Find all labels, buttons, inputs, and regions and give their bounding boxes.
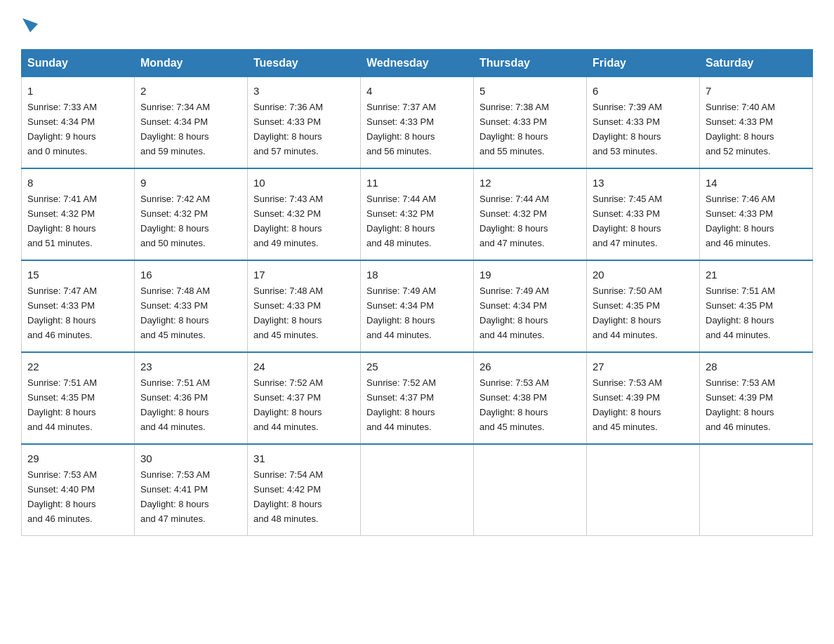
table-row: 12 Sunrise: 7:44 AMSunset: 4:32 PMDaylig… (474, 168, 587, 260)
day-number: 8 (27, 175, 128, 191)
table-row: 29 Sunrise: 7:53 AMSunset: 4:40 PMDaylig… (22, 444, 135, 535)
day-info: Sunrise: 7:47 AMSunset: 4:33 PMDaylight:… (27, 286, 97, 340)
day-info: Sunrise: 7:34 AMSunset: 4:34 PMDaylight:… (140, 102, 210, 156)
col-wednesday: Wednesday (361, 50, 474, 77)
day-number: 12 (479, 175, 581, 191)
day-number: 17 (253, 267, 355, 283)
day-number: 30 (140, 450, 241, 467)
day-info: Sunrise: 7:54 AMSunset: 4:42 PMDaylight:… (253, 469, 323, 524)
day-number: 23 (140, 358, 241, 375)
table-row: 23 Sunrise: 7:51 AMSunset: 4:36 PMDaylig… (135, 352, 248, 444)
table-row: 28 Sunrise: 7:53 AMSunset: 4:39 PMDaylig… (700, 352, 813, 444)
table-row: 13 Sunrise: 7:45 AMSunset: 4:33 PMDaylig… (587, 168, 700, 260)
col-monday: Monday (135, 50, 248, 77)
day-number: 18 (366, 267, 468, 283)
day-number: 25 (366, 358, 468, 375)
day-number: 29 (27, 450, 128, 467)
table-row: 27 Sunrise: 7:53 AMSunset: 4:39 PMDaylig… (587, 352, 700, 444)
col-tuesday: Tuesday (248, 50, 361, 77)
day-info: Sunrise: 7:53 AMSunset: 4:39 PMDaylight:… (706, 377, 775, 432)
day-number: 27 (593, 358, 694, 375)
day-info: Sunrise: 7:48 AMSunset: 4:33 PMDaylight:… (140, 286, 210, 340)
table-row: 1 Sunrise: 7:33 AMSunset: 4:34 PMDayligh… (22, 77, 135, 168)
page-header (21, 14, 813, 36)
day-info: Sunrise: 7:52 AMSunset: 4:37 PMDaylight:… (366, 377, 436, 432)
day-info: Sunrise: 7:44 AMSunset: 4:32 PMDaylight:… (366, 194, 436, 248)
day-info: Sunrise: 7:44 AMSunset: 4:32 PMDaylight:… (479, 194, 549, 248)
calendar-week-row: 22 Sunrise: 7:51 AMSunset: 4:35 PMDaylig… (22, 352, 813, 444)
calendar-week-row: 8 Sunrise: 7:41 AMSunset: 4:32 PMDayligh… (22, 168, 813, 260)
day-number: 10 (253, 175, 355, 191)
table-row: 4 Sunrise: 7:37 AMSunset: 4:33 PMDayligh… (361, 77, 474, 168)
table-row: 22 Sunrise: 7:51 AMSunset: 4:35 PMDaylig… (22, 352, 135, 444)
day-info: Sunrise: 7:38 AMSunset: 4:33 PMDaylight:… (479, 102, 549, 156)
day-info: Sunrise: 7:53 AMSunset: 4:40 PMDaylight:… (27, 469, 97, 524)
day-info: Sunrise: 7:36 AMSunset: 4:33 PMDaylight:… (253, 102, 323, 156)
table-row: 20 Sunrise: 7:50 AMSunset: 4:35 PMDaylig… (587, 260, 700, 352)
day-number: 22 (27, 358, 128, 375)
day-number: 9 (140, 175, 241, 191)
logo (21, 14, 38, 36)
table-row: 10 Sunrise: 7:43 AMSunset: 4:32 PMDaylig… (248, 168, 361, 260)
logo-triangle-icon (22, 18, 38, 32)
day-number: 14 (706, 175, 807, 191)
calendar-table: Sunday Monday Tuesday Wednesday Thursday… (21, 49, 813, 536)
table-row: 26 Sunrise: 7:53 AMSunset: 4:38 PMDaylig… (474, 352, 587, 444)
day-info: Sunrise: 7:50 AMSunset: 4:35 PMDaylight:… (593, 286, 662, 340)
table-row: 8 Sunrise: 7:41 AMSunset: 4:32 PMDayligh… (22, 168, 135, 260)
day-number: 21 (706, 267, 807, 283)
table-row: 5 Sunrise: 7:38 AMSunset: 4:33 PMDayligh… (474, 77, 587, 168)
day-number: 15 (27, 267, 128, 283)
calendar-header-row: Sunday Monday Tuesday Wednesday Thursday… (22, 50, 813, 77)
day-number: 13 (593, 175, 694, 191)
day-info: Sunrise: 7:49 AMSunset: 4:34 PMDaylight:… (479, 286, 549, 340)
day-info: Sunrise: 7:37 AMSunset: 4:33 PMDaylight:… (366, 102, 436, 156)
day-number: 16 (140, 267, 241, 283)
day-info: Sunrise: 7:40 AMSunset: 4:33 PMDaylight:… (706, 102, 775, 156)
table-row (361, 444, 474, 535)
col-saturday: Saturday (700, 50, 813, 77)
col-friday: Friday (587, 50, 700, 77)
day-number: 3 (253, 83, 355, 99)
day-info: Sunrise: 7:51 AMSunset: 4:35 PMDaylight:… (27, 377, 97, 432)
table-row: 30 Sunrise: 7:53 AMSunset: 4:41 PMDaylig… (135, 444, 248, 535)
day-number: 31 (253, 450, 355, 467)
day-number: 4 (366, 83, 468, 99)
day-info: Sunrise: 7:45 AMSunset: 4:33 PMDaylight:… (593, 194, 662, 248)
day-info: Sunrise: 7:53 AMSunset: 4:41 PMDaylight:… (140, 469, 210, 524)
day-info: Sunrise: 7:48 AMSunset: 4:33 PMDaylight:… (253, 286, 323, 340)
day-number: 26 (479, 358, 581, 375)
table-row: 18 Sunrise: 7:49 AMSunset: 4:34 PMDaylig… (361, 260, 474, 352)
table-row: 9 Sunrise: 7:42 AMSunset: 4:32 PMDayligh… (135, 168, 248, 260)
table-row: 19 Sunrise: 7:49 AMSunset: 4:34 PMDaylig… (474, 260, 587, 352)
table-row: 7 Sunrise: 7:40 AMSunset: 4:33 PMDayligh… (700, 77, 813, 168)
col-thursday: Thursday (474, 50, 587, 77)
day-info: Sunrise: 7:43 AMSunset: 4:32 PMDaylight:… (253, 194, 323, 248)
day-number: 19 (479, 267, 581, 283)
calendar-week-row: 29 Sunrise: 7:53 AMSunset: 4:40 PMDaylig… (22, 444, 813, 535)
table-row (474, 444, 587, 535)
table-row: 31 Sunrise: 7:54 AMSunset: 4:42 PMDaylig… (248, 444, 361, 535)
day-info: Sunrise: 7:41 AMSunset: 4:32 PMDaylight:… (27, 194, 97, 248)
day-info: Sunrise: 7:53 AMSunset: 4:38 PMDaylight:… (479, 377, 549, 432)
day-number: 11 (366, 175, 468, 191)
calendar-week-row: 15 Sunrise: 7:47 AMSunset: 4:33 PMDaylig… (22, 260, 813, 352)
day-info: Sunrise: 7:39 AMSunset: 4:33 PMDaylight:… (593, 102, 662, 156)
day-number: 24 (253, 358, 355, 375)
table-row: 25 Sunrise: 7:52 AMSunset: 4:37 PMDaylig… (361, 352, 474, 444)
day-info: Sunrise: 7:42 AMSunset: 4:32 PMDaylight:… (140, 194, 210, 248)
day-number: 6 (593, 83, 694, 99)
table-row (587, 444, 700, 535)
table-row: 3 Sunrise: 7:36 AMSunset: 4:33 PMDayligh… (248, 77, 361, 168)
day-info: Sunrise: 7:49 AMSunset: 4:34 PMDaylight:… (366, 286, 436, 340)
day-info: Sunrise: 7:53 AMSunset: 4:39 PMDaylight:… (593, 377, 662, 432)
table-row: 24 Sunrise: 7:52 AMSunset: 4:37 PMDaylig… (248, 352, 361, 444)
table-row: 15 Sunrise: 7:47 AMSunset: 4:33 PMDaylig… (22, 260, 135, 352)
col-sunday: Sunday (22, 50, 135, 77)
table-row: 21 Sunrise: 7:51 AMSunset: 4:35 PMDaylig… (700, 260, 813, 352)
day-info: Sunrise: 7:51 AMSunset: 4:36 PMDaylight:… (140, 377, 210, 432)
day-info: Sunrise: 7:51 AMSunset: 4:35 PMDaylight:… (706, 286, 775, 340)
table-row: 14 Sunrise: 7:46 AMSunset: 4:33 PMDaylig… (700, 168, 813, 260)
table-row: 6 Sunrise: 7:39 AMSunset: 4:33 PMDayligh… (587, 77, 700, 168)
day-info: Sunrise: 7:33 AMSunset: 4:34 PMDaylight:… (27, 102, 97, 156)
